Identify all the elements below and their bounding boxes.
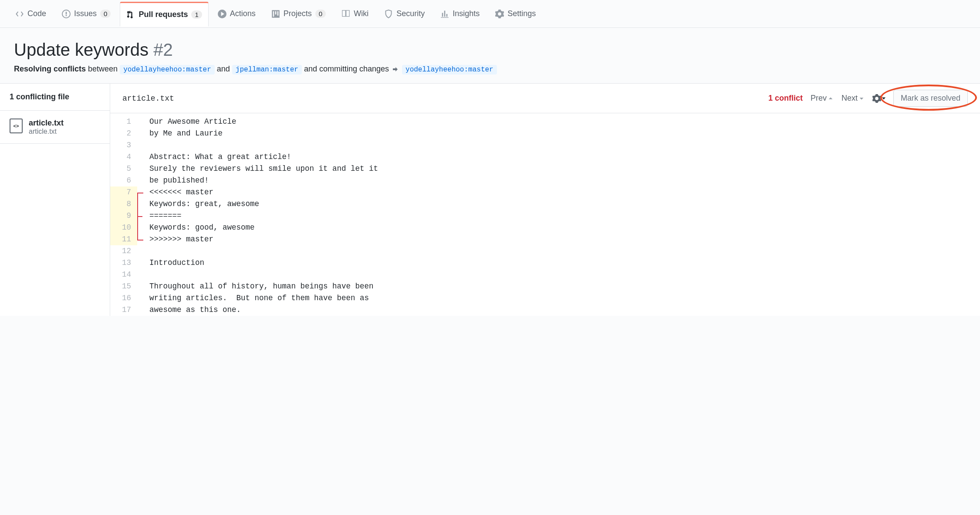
issue-icon xyxy=(62,10,71,18)
tab-projects[interactable]: Projects 0 xyxy=(265,2,332,26)
line-number: 11 xyxy=(110,234,137,245)
line-number: 14 xyxy=(110,269,137,281)
code-text: ======= xyxy=(149,210,182,222)
line-number: 17 xyxy=(110,304,137,316)
conflict-bracket-top xyxy=(137,193,143,193)
line-number: 10 xyxy=(110,222,137,234)
issues-count: 0 xyxy=(100,10,111,18)
next-conflict-button[interactable]: Next xyxy=(841,94,865,103)
tab-issues[interactable]: Issues 0 xyxy=(55,2,117,26)
code-line[interactable]: 14 xyxy=(110,269,980,281)
tab-code-label: Code xyxy=(27,9,46,18)
editor-header: article.txt 1 conflict Prev Next Mark as… xyxy=(110,84,980,113)
shield-icon xyxy=(384,10,393,18)
projects-count: 0 xyxy=(315,10,326,18)
code-text xyxy=(149,139,149,151)
line-number: 15 xyxy=(110,281,137,292)
pulls-count: 1 xyxy=(191,10,202,19)
tab-insights[interactable]: Insights xyxy=(434,2,486,26)
code-line[interactable]: 7<<<<<<< master xyxy=(110,186,980,198)
tab-pulls-label: Pull requests xyxy=(139,10,188,19)
mark-as-resolved-button[interactable]: Mark as resolved xyxy=(893,90,968,107)
gutter-marker xyxy=(137,257,149,269)
chevron-down-icon xyxy=(858,95,865,102)
code-line[interactable]: 13Introduction xyxy=(110,257,980,269)
gutter-marker xyxy=(137,139,149,151)
line-number: 8 xyxy=(110,198,137,210)
editor-settings-button[interactable] xyxy=(872,94,885,103)
conflict-bracket-bottom xyxy=(137,240,143,241)
gutter-marker xyxy=(137,175,149,186)
tab-actions-label: Actions xyxy=(230,9,256,18)
code-text: Our Awesome Article xyxy=(149,116,237,128)
code-text: Throughout all of history, human beings … xyxy=(149,281,374,292)
code-line[interactable]: 1Our Awesome Article xyxy=(110,116,980,128)
file-name: article.txt xyxy=(29,119,64,128)
play-icon xyxy=(218,10,226,18)
line-number: 9 xyxy=(110,210,137,222)
head-branch-label[interactable]: jpellman:master xyxy=(232,65,302,75)
project-icon xyxy=(271,10,280,18)
gear-icon xyxy=(872,94,881,103)
arrow-right-icon xyxy=(392,66,399,73)
line-number: 13 xyxy=(110,257,137,269)
conflict-file-item[interactable]: <> article.txt article.txt xyxy=(0,111,110,144)
code-icon xyxy=(15,10,24,18)
tab-settings-label: Settings xyxy=(507,9,536,18)
code-text: Surely the reviewers will smile upon it … xyxy=(149,163,378,175)
code-line[interactable]: 5Surely the reviewers will smile upon it… xyxy=(110,163,980,175)
tab-security[interactable]: Security xyxy=(378,2,431,26)
line-number: 16 xyxy=(110,292,137,304)
line-number: 1 xyxy=(110,116,137,128)
sidebar-header: 1 conflicting file xyxy=(0,84,110,111)
code-line[interactable]: 10Keywords: good, awesome xyxy=(110,222,980,234)
conflict-sidebar: 1 conflicting file <> article.txt articl… xyxy=(0,84,110,316)
code-text: awesome as this one. xyxy=(149,304,241,316)
graph-icon xyxy=(440,10,449,18)
code-text: Introduction xyxy=(149,257,204,269)
code-text: Keywords: great, awesome xyxy=(149,198,259,210)
code-line[interactable]: 12 xyxy=(110,245,980,257)
code-line[interactable]: 11>>>>>>> master xyxy=(110,234,980,245)
book-icon xyxy=(341,10,350,18)
pr-subtitle: Resolving conflicts between yodellayheeh… xyxy=(14,64,966,74)
tab-code[interactable]: Code xyxy=(9,2,53,26)
code-text xyxy=(149,269,149,281)
code-line[interactable]: 9======= xyxy=(110,210,980,222)
line-number: 4 xyxy=(110,151,137,163)
code-line[interactable]: 8Keywords: great, awesome xyxy=(110,198,980,210)
code-line[interactable]: 15Throughout all of history, human being… xyxy=(110,281,980,292)
tab-pulls[interactable]: Pull requests 1 xyxy=(120,2,208,27)
code-text: Abstract: What a great article! xyxy=(149,151,291,163)
tab-actions[interactable]: Actions xyxy=(211,2,262,26)
line-number: 3 xyxy=(110,139,137,151)
code-line[interactable]: 17awesome as this one. xyxy=(110,304,980,316)
tab-projects-label: Projects xyxy=(284,9,312,18)
gutter-marker xyxy=(137,269,149,281)
tab-settings[interactable]: Settings xyxy=(489,2,542,26)
target-branch-label[interactable]: yodellayheehoo:master xyxy=(402,65,497,75)
code-line[interactable]: 2by Me and Laurie xyxy=(110,128,980,139)
base-branch-label[interactable]: yodellayheehoo:master xyxy=(120,65,215,75)
code-line[interactable]: 4Abstract: What a great article! xyxy=(110,151,980,163)
prev-conflict-button[interactable]: Prev xyxy=(811,94,834,103)
tab-wiki[interactable]: Wiki xyxy=(335,2,375,26)
line-number: 5 xyxy=(110,163,137,175)
line-number: 6 xyxy=(110,175,137,186)
code-line[interactable]: 16writing articles. But none of them hav… xyxy=(110,292,980,304)
code-text: <<<<<<< master xyxy=(149,186,213,198)
pr-title: Update keywords #2 xyxy=(14,40,966,59)
code-editor[interactable]: 1Our Awesome Article2by Me and Laurie34A… xyxy=(110,113,980,316)
code-line[interactable]: 3 xyxy=(110,139,980,151)
code-text xyxy=(149,245,149,257)
code-text: Keywords: good, awesome xyxy=(149,222,255,234)
line-number: 2 xyxy=(110,128,137,139)
tab-issues-label: Issues xyxy=(74,9,97,18)
code-text: >>>>>>> master xyxy=(149,234,213,245)
pr-header: Update keywords #2 Resolving conflicts b… xyxy=(0,28,980,84)
editor-pane: article.txt 1 conflict Prev Next Mark as… xyxy=(110,84,980,316)
gutter-marker xyxy=(137,163,149,175)
line-number: 7 xyxy=(110,186,137,198)
code-line[interactable]: 6be published! xyxy=(110,175,980,186)
file-path: article.txt xyxy=(29,128,64,136)
